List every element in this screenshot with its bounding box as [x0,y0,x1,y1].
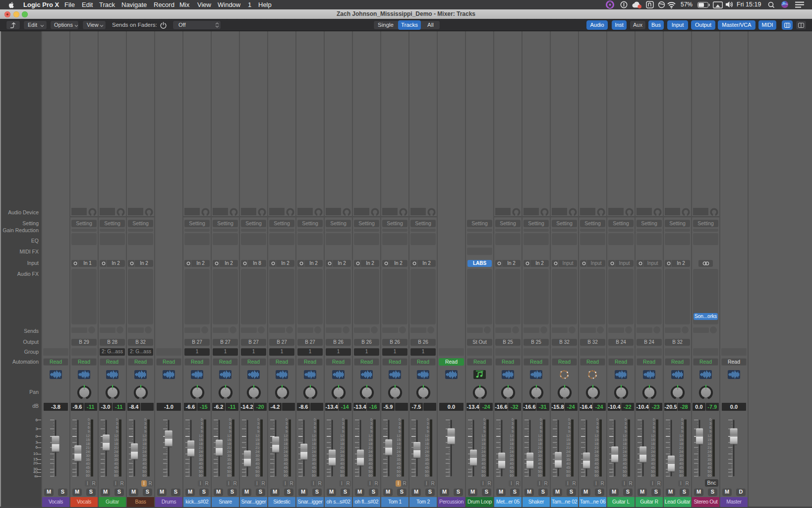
svg-text:35: 35 [397,458,401,461]
svg-text:35: 35 [707,458,711,461]
svg-text:0: 0 [201,418,203,421]
svg-text:24: 24 [397,450,401,453]
svg-text:24: 24 [199,450,203,453]
svg-text:15: 15 [114,438,118,442]
svg-text:60: 60 [86,474,90,477]
svg-text:50: 50 [679,470,683,473]
svg-text:21: 21 [594,446,598,449]
svg-text:60: 60 [481,474,485,477]
svg-text:21: 21 [199,446,203,449]
svg-text:45: 45 [481,466,485,469]
svg-text:15: 15 [510,438,514,442]
svg-text:6: 6 [681,426,683,429]
svg-text:45: 45 [425,466,429,469]
svg-text:30: 30 [510,454,514,457]
svg-text:3: 3 [625,422,627,425]
svg-text:40: 40 [425,462,429,465]
svg-text:24: 24 [227,450,231,453]
svg-text:0: 0 [625,418,627,421]
svg-text:21: 21 [142,446,146,449]
svg-text:15: 15 [594,438,598,442]
svg-text:40: 40 [679,462,683,465]
svg-text:35: 35 [199,458,203,461]
svg-text:40: 40 [284,462,288,465]
svg-text:12: 12 [227,434,231,438]
svg-text:50: 50 [340,470,344,473]
svg-text:15: 15 [707,438,711,442]
svg-text:50: 50 [707,470,711,473]
svg-text:0: 0 [88,418,90,421]
svg-text:12: 12 [623,434,627,438]
svg-text:50: 50 [538,470,542,473]
svg-text:9: 9 [370,430,372,433]
svg-text:30: 30 [594,454,598,457]
svg-text:3: 3 [88,422,90,425]
svg-text:0: 0 [229,418,231,421]
svg-text:35: 35 [481,458,485,461]
svg-text:12: 12 [566,434,570,438]
svg-text:3: 3 [483,422,485,425]
svg-text:12: 12 [199,434,203,438]
svg-text:6: 6 [314,426,316,429]
svg-text:3: 3 [540,422,542,425]
svg-text:40: 40 [227,462,231,465]
svg-text:0: 0 [257,418,259,421]
svg-text:50: 50 [651,470,655,473]
svg-text:9: 9 [512,430,514,433]
svg-text:50: 50 [86,470,90,473]
svg-text:18: 18 [142,442,146,445]
svg-text:15: 15 [651,438,655,442]
svg-text:21: 21 [340,446,344,449]
svg-text:30: 30 [425,454,429,457]
svg-text:30: 30 [397,454,401,457]
svg-text:6: 6 [540,426,542,429]
svg-text:12: 12 [255,434,259,438]
svg-text:12: 12 [368,434,372,438]
svg-text:15: 15 [481,438,485,442]
svg-text:15: 15 [312,438,316,442]
svg-text:12: 12 [651,434,655,438]
svg-text:9: 9 [427,430,429,433]
svg-text:6: 6 [116,426,118,429]
svg-text:6: 6 [88,426,90,429]
svg-text:45: 45 [227,466,231,469]
svg-text:9: 9 [88,430,90,433]
svg-text:40: 40 [142,462,146,465]
svg-text:6: 6 [286,426,288,429]
svg-text:24: 24 [623,450,627,453]
svg-text:18: 18 [227,442,231,445]
svg-text:60: 60 [679,474,683,477]
svg-text:45: 45 [86,466,90,469]
svg-text:35: 35 [623,458,627,461]
svg-text:24: 24 [114,450,118,453]
svg-text:50: 50 [566,470,570,473]
svg-text:18: 18 [368,442,372,445]
svg-text:60: 60 [114,474,118,477]
svg-text:9: 9 [653,430,655,433]
svg-text:3: 3 [370,422,372,425]
svg-text:18: 18 [284,442,288,445]
svg-text:30: 30 [142,454,146,457]
svg-text:50: 50 [114,470,118,473]
svg-text:6: 6 [201,426,203,429]
svg-text:60: 60 [312,474,316,477]
svg-text:21: 21 [481,446,485,449]
svg-text:60: 60 [227,474,231,477]
svg-text:18: 18 [594,442,598,445]
svg-text:30: 30 [284,454,288,457]
svg-text:24: 24 [481,450,485,453]
svg-text:18: 18 [340,442,344,445]
svg-text:18: 18 [481,442,485,445]
svg-text:18: 18 [312,442,316,445]
svg-text:3: 3 [342,422,344,425]
svg-text:35: 35 [538,458,542,461]
svg-text:24: 24 [368,450,372,453]
svg-text:0: 0 [286,418,288,421]
svg-text:40: 40 [481,462,485,465]
svg-text:18: 18 [397,442,401,445]
svg-text:21: 21 [368,446,372,449]
svg-text:50: 50 [425,470,429,473]
svg-text:15: 15 [566,438,570,442]
svg-text:30: 30 [227,454,231,457]
svg-text:45: 45 [114,466,118,469]
